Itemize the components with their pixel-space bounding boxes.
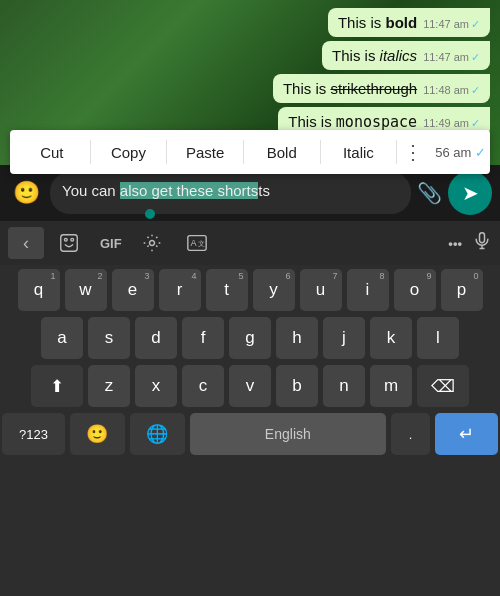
key-d[interactable]: d [135, 317, 177, 359]
gif-button[interactable]: GIF [94, 232, 128, 255]
send-button[interactable]: ➤ [448, 171, 492, 215]
message-4-time: 11:49 am ✓ [423, 117, 480, 130]
message-3-text: This is strikethrough [283, 80, 417, 97]
key-return[interactable]: ↵ [435, 413, 498, 455]
key-j[interactable]: j [323, 317, 365, 359]
message-1-text: This is bold [338, 14, 417, 31]
time-text-3: 11:48 am [423, 84, 469, 96]
key-g[interactable]: g [229, 317, 271, 359]
italic-button[interactable]: Italic [321, 130, 397, 174]
key-s[interactable]: s [88, 317, 130, 359]
check-2: ✓ [471, 51, 480, 64]
message-2-text: This is italics [332, 47, 417, 64]
check-1: ✓ [471, 18, 480, 31]
key-b[interactable]: b [276, 365, 318, 407]
key-x[interactable]: x [135, 365, 177, 407]
paste-button[interactable]: Paste [167, 130, 243, 174]
key-globe[interactable]: 🌐 [130, 413, 185, 455]
key-i[interactable]: 8i [347, 269, 389, 311]
key-w[interactable]: 2w [65, 269, 107, 311]
key-h[interactable]: h [276, 317, 318, 359]
sticker-button[interactable] [48, 226, 90, 260]
message-2: This is italics 11:47 am ✓ [322, 41, 490, 70]
keyboard-back-button[interactable]: ‹ [8, 227, 44, 259]
svg-text:A: A [190, 238, 197, 248]
svg-point-3 [149, 241, 154, 246]
keyboard-toolbar: ‹ GIF A 文 ••• [0, 221, 500, 265]
cut-button[interactable]: Cut [14, 130, 90, 174]
time-text-4: 11:49 am [423, 117, 469, 129]
key-n[interactable]: n [323, 365, 365, 407]
partial-check: ✓ [475, 145, 486, 160]
key-space[interactable]: English [190, 413, 386, 455]
chat-area: This is bold 11:47 am ✓ This is italics … [0, 0, 500, 165]
message-3: This is strikethrough 11:48 am ✓ [273, 74, 490, 103]
input-before: You can [62, 182, 120, 199]
copy-button[interactable]: Copy [91, 130, 167, 174]
key-emoji[interactable]: 🙂 [70, 413, 125, 455]
keyboard-row-1: 1q 2w 3e 4r 5t 6y 7u 8i 9o 0p [2, 269, 498, 311]
translate-button[interactable]: A 文 [176, 226, 218, 260]
key-q[interactable]: 1q [18, 269, 60, 311]
svg-rect-7 [480, 232, 485, 242]
key-f[interactable]: f [182, 317, 224, 359]
attach-button[interactable]: 📎 [417, 181, 442, 205]
bold-button[interactable]: Bold [244, 130, 320, 174]
key-k[interactable]: k [370, 317, 412, 359]
check-4: ✓ [471, 117, 480, 130]
key-num[interactable]: ?123 [2, 413, 65, 455]
svg-rect-0 [61, 235, 78, 252]
key-y[interactable]: 6y [253, 269, 295, 311]
svg-text:文: 文 [198, 239, 205, 248]
message-2-time: 11:47 am ✓ [423, 51, 480, 64]
keyboard: 1q 2w 3e 4r 5t 6y 7u 8i 9o 0p a s d f g … [0, 265, 500, 596]
mic-button[interactable] [472, 230, 492, 257]
key-z[interactable]: z [88, 365, 130, 407]
keyboard-row-3: ⬆ z x c v b n m ⌫ [2, 365, 498, 407]
key-t[interactable]: 5t [206, 269, 248, 311]
key-m[interactable]: m [370, 365, 412, 407]
text-cursor [145, 209, 155, 219]
more-options-icon[interactable]: ⋮ [397, 140, 429, 164]
dots-button[interactable]: ••• [442, 232, 468, 255]
partial-time-text: 56 am [435, 145, 471, 160]
key-shift[interactable]: ⬆ [31, 365, 83, 407]
check-3: ✓ [471, 84, 480, 97]
message-3-time: 11:48 am ✓ [423, 84, 480, 97]
input-selected: also get these shorts [120, 182, 258, 199]
input-after: ts [258, 182, 270, 199]
context-toolbar: Cut Copy Paste Bold Italic ⋮ 56 am ✓ [10, 130, 490, 174]
message-4-text: This is monospace [288, 113, 417, 131]
input-text: You can also get these shortsts [62, 180, 399, 201]
message-1: This is bold 11:47 am ✓ [328, 8, 490, 37]
settings-button[interactable] [132, 227, 172, 259]
partial-time: 56 am ✓ [435, 145, 486, 160]
key-o[interactable]: 9o [394, 269, 436, 311]
key-u[interactable]: 7u [300, 269, 342, 311]
key-r[interactable]: 4r [159, 269, 201, 311]
emoji-button[interactable]: 🙂 [8, 175, 44, 211]
time-text-1: 11:47 am [423, 18, 469, 30]
svg-point-1 [64, 238, 67, 241]
key-p[interactable]: 0p [441, 269, 483, 311]
text-input-wrapper[interactable]: You can also get these shortsts [50, 172, 411, 214]
time-text-2: 11:47 am [423, 51, 469, 63]
svg-point-2 [71, 238, 74, 241]
key-delete[interactable]: ⌫ [417, 365, 469, 407]
key-c[interactable]: c [182, 365, 224, 407]
message-1-time: 11:47 am ✓ [423, 18, 480, 31]
key-e[interactable]: 3e [112, 269, 154, 311]
keyboard-bottom-row: ?123 🙂 🌐 English . ↵ [2, 413, 498, 461]
key-a[interactable]: a [41, 317, 83, 359]
key-v[interactable]: v [229, 365, 271, 407]
key-period[interactable]: . [391, 413, 430, 455]
key-l[interactable]: l [417, 317, 459, 359]
keyboard-row-2: a s d f g h j k l [2, 317, 498, 359]
